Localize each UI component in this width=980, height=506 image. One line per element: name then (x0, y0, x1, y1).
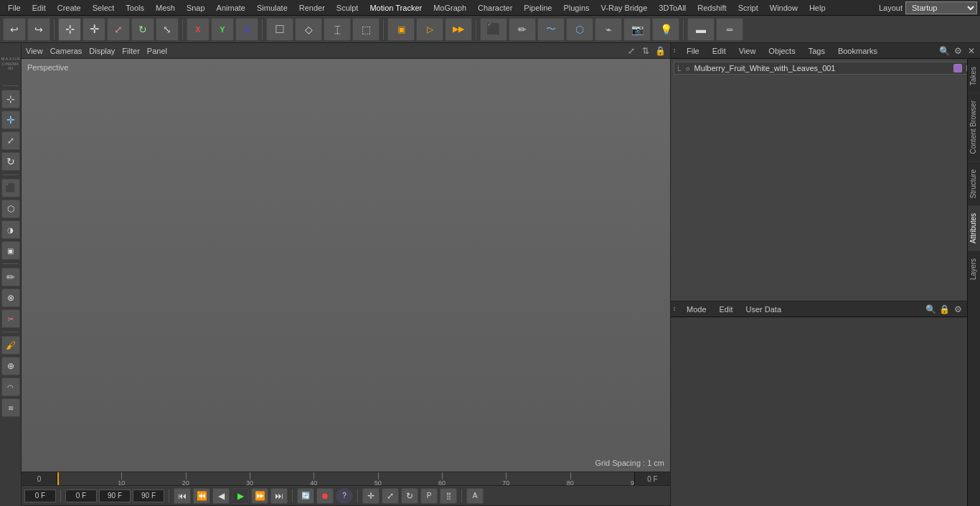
menu-mograph[interactable]: MoGraph (428, 2, 471, 14)
rotate-key-button[interactable]: ↻ (401, 488, 418, 504)
step-forward-button[interactable]: ⏩ (251, 488, 268, 504)
current-frame-field[interactable] (24, 489, 56, 502)
y-axis-button[interactable]: Y (211, 18, 234, 41)
extrude-button[interactable]: ⬡ (566, 18, 593, 41)
menu-motion-tracker[interactable]: Motion Tracker (364, 2, 427, 14)
light-button[interactable]: 💡 (652, 18, 679, 41)
viewport-canvas[interactable]: X Y Z Perspective Grid Spacing : 1 cm (22, 59, 670, 472)
attrs-tab-userdata[interactable]: User Data (742, 304, 786, 315)
vp-menu-display[interactable]: Display (89, 47, 115, 55)
viewport-lock-icon[interactable]: 🔒 (654, 45, 666, 57)
object-mode-button[interactable]: □ (266, 18, 293, 41)
menu-sculpt[interactable]: Sculpt (331, 2, 364, 14)
menu-window[interactable]: Window (765, 2, 803, 14)
menu-3dtoall[interactable]: 3DToAll (654, 2, 691, 14)
menu-mesh[interactable]: Mesh (151, 2, 180, 14)
lp-magnet-btn[interactable]: ⊗ (1, 289, 20, 307)
lp-snap-btn[interactable]: ⊕ (1, 357, 20, 375)
obj-tab-objects[interactable]: Objects (764, 45, 799, 57)
obj-tab-file[interactable]: File (682, 45, 704, 57)
vp-menu-cameras[interactable]: Cameras (50, 47, 83, 55)
render-region-button[interactable]: ▣ (387, 18, 415, 41)
attrs-tab-mode[interactable]: Mode (682, 304, 711, 315)
menu-vray[interactable]: V-Ray Bridge (596, 2, 653, 14)
loop-button[interactable]: 🔄 (297, 488, 314, 504)
auto-key-button[interactable]: A (466, 488, 484, 504)
move-key-button[interactable]: ✛ (362, 488, 380, 504)
cube-button[interactable]: ⬛ (480, 18, 507, 41)
lp-tex-btn[interactable]: ▣ (1, 241, 20, 260)
lp-rotate-btn[interactable]: ↻ (1, 152, 20, 171)
pen-button[interactable]: ✏ (509, 18, 536, 41)
lp-knife-btn[interactable]: ✂ (1, 309, 20, 328)
settings-icon[interactable]: ⚙ (952, 45, 963, 57)
tab-takes[interactable]: Takes (968, 59, 980, 93)
x-axis-button[interactable]: X (187, 18, 209, 41)
menu-simulate[interactable]: Simulate (252, 2, 293, 14)
viewport-swap-icon[interactable]: ⇅ (640, 45, 651, 57)
viewport-expand-icon[interactable]: ⤢ (626, 45, 637, 57)
obj-tab-view[interactable]: View (735, 45, 760, 57)
lp-solid-btn[interactable]: ⬛ (1, 179, 20, 197)
lp-wire-btn[interactable]: ⬡ (1, 200, 20, 218)
move-tool-button[interactable]: ✛ (83, 18, 105, 41)
param-key-button[interactable]: P (420, 488, 438, 504)
scale-key-button[interactable]: ⤢ (382, 488, 399, 504)
menu-select[interactable]: Select (88, 2, 120, 14)
lp-hair-btn[interactable]: ≋ (1, 398, 20, 417)
render-view-button[interactable]: ▷ (416, 18, 443, 41)
edge-mode-button[interactable]: ⌶ (324, 18, 351, 41)
menu-plugins[interactable]: Plugins (558, 2, 594, 14)
lp-soft-btn[interactable]: ◠ (1, 378, 20, 396)
obj-tab-edit[interactable]: Edit (708, 45, 730, 57)
play-forward-button[interactable]: ▶ (232, 488, 249, 504)
z-axis-button[interactable]: Z (235, 18, 258, 41)
total-frame-field[interactable] (133, 489, 164, 502)
menu-file[interactable]: File (3, 2, 26, 14)
timeline-marks[interactable]: 0102030405060708090 (57, 472, 634, 485)
deformer-button[interactable]: ⌁ (595, 18, 622, 41)
rotate-tool-button[interactable]: ↻ (131, 18, 154, 41)
menu-animate[interactable]: Animate (212, 2, 250, 14)
go-to-end-button[interactable]: ⏭ (270, 488, 288, 504)
redo-button[interactable]: ↪ (27, 18, 50, 41)
vp-menu-view[interactable]: View (26, 47, 43, 55)
undo-button[interactable]: ↩ (3, 18, 26, 41)
menu-snap[interactable]: Snap (182, 2, 210, 14)
record-button[interactable]: ⏺ (316, 488, 334, 504)
polygon-mode-button[interactable]: ◇ (295, 18, 322, 41)
attrs-lock-icon[interactable]: 🔒 (938, 304, 950, 315)
transform-tool-button[interactable]: ⤡ (156, 18, 179, 41)
select-tool-button[interactable]: ⊹ (58, 18, 81, 41)
lp-pen-btn[interactable]: ✏ (1, 268, 20, 286)
spline-button[interactable]: 〜 (537, 18, 565, 41)
menu-pipeline[interactable]: Pipeline (519, 2, 557, 14)
menu-create[interactable]: Create (52, 2, 86, 14)
search-icon[interactable]: 🔍 (938, 45, 950, 57)
start-frame-field[interactable] (65, 489, 97, 502)
menu-script[interactable]: Script (733, 2, 763, 14)
tab-structure[interactable]: Structure (968, 161, 980, 206)
tab-attributes[interactable]: Attributes (968, 205, 980, 250)
attrs-settings-icon[interactable]: ⚙ (952, 304, 963, 315)
close-panel-icon[interactable]: ✕ (966, 45, 977, 57)
lp-scale-btn[interactable]: ⤢ (1, 131, 20, 150)
vp-menu-panel[interactable]: Panel (147, 47, 167, 55)
attrs-tab-edit[interactable]: Edit (715, 304, 738, 315)
menu-redshift[interactable]: Redshift (692, 2, 731, 14)
scale-tool-button[interactable]: ⤢ (107, 18, 130, 41)
obj-tab-tags[interactable]: Tags (804, 45, 829, 57)
lp-paint-btn[interactable]: 🖌 (1, 336, 20, 355)
lp-select-btn[interactable]: ⊹ (1, 90, 20, 108)
obj-tab-bookmarks[interactable]: Bookmarks (834, 45, 882, 57)
object-item-mulberry[interactable]: L ○ Mulberry_Fruit_White_with_Leaves_001 (674, 62, 977, 75)
menu-character[interactable]: Character (473, 2, 517, 14)
layout-dropdown[interactable]: Startup (905, 1, 977, 14)
menu-edit[interactable]: Edit (27, 2, 51, 14)
tab-layers[interactable]: Layers (968, 250, 980, 287)
tab-content-browser[interactable]: Content Browser (968, 93, 980, 161)
play-back-button[interactable]: ◀ (212, 488, 230, 504)
menu-tools[interactable]: Tools (121, 2, 149, 14)
lp-shade-btn[interactable]: ◑ (1, 220, 20, 239)
camera-button[interactable]: 📷 (623, 18, 651, 41)
